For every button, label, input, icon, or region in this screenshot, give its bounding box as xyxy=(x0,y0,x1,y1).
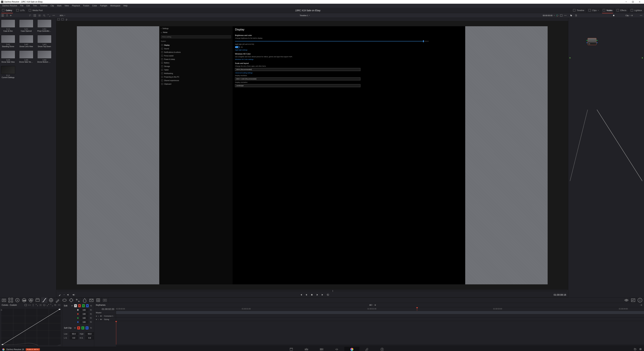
gallery-still[interactable]: 1.4.1Standing Drone xyxy=(1,35,15,48)
qualifier-icon[interactable] xyxy=(54,297,61,303)
channel-reset-icon[interactable] xyxy=(90,309,92,311)
rgb-mixer-icon[interactable] xyxy=(28,297,34,303)
pointer-tool-icon[interactable] xyxy=(570,14,573,17)
gallery-button[interactable]: Gallery xyxy=(0,8,14,13)
ls-value[interactable]: 0.0 xyxy=(70,336,78,339)
media-pool-button[interactable]: Media Pool xyxy=(27,8,44,13)
edit-reset-icon[interactable] xyxy=(90,304,92,307)
gallery-still[interactable]: 2.1.1Current Settings xyxy=(1,66,15,78)
search-icon[interactable] xyxy=(43,14,46,17)
node-output-dot[interactable] xyxy=(642,57,643,58)
channel-r-button[interactable]: R xyxy=(78,304,81,307)
edit-page-tab[interactable] xyxy=(314,347,329,351)
bypass-icon[interactable] xyxy=(556,14,558,17)
curves-dots-5-icon[interactable] xyxy=(43,304,46,306)
menu-color[interactable]: Color xyxy=(91,5,98,7)
curves-reset-icon[interactable] xyxy=(54,304,57,306)
timeline-dropdown[interactable]: Timeline 1▾ xyxy=(68,15,541,17)
channel-intensity-value[interactable]: 100 xyxy=(80,308,88,311)
expand-icon[interactable] xyxy=(48,14,50,17)
curves-more-icon[interactable] xyxy=(58,304,60,306)
kf-area[interactable] xyxy=(94,321,644,347)
viewer-scrub-bar[interactable] xyxy=(56,290,568,292)
viewer[interactable]: ‹ Settings ⌂ Home System DisplaySoundNot… xyxy=(56,21,568,290)
channel-intensity-value[interactable]: 100 xyxy=(80,312,88,315)
play-button[interactable] xyxy=(316,293,319,296)
mute-icon[interactable] xyxy=(67,293,70,296)
low-value[interactable]: 50.0 xyxy=(70,332,78,335)
zoom-level[interactable]: 86%▾ xyxy=(56,15,68,17)
image-wipe-icon[interactable] xyxy=(57,18,60,20)
node-graph[interactable]: 01 xyxy=(568,21,644,297)
curves-expand-icon[interactable] xyxy=(50,304,53,306)
media-page-tab[interactable] xyxy=(284,347,299,351)
softclip-link-icon[interactable] xyxy=(74,327,76,329)
node-more-icon[interactable] xyxy=(640,14,642,17)
color-match-icon[interactable] xyxy=(8,297,14,303)
clips-button[interactable]: Clips▾ xyxy=(586,8,601,13)
project-settings-icon[interactable] xyxy=(639,348,642,351)
list-view-icon[interactable] xyxy=(38,14,41,17)
kf-track-label[interactable]: ●⬨◆›Sizing xyxy=(94,318,116,321)
color-wheels-icon[interactable] xyxy=(14,297,21,303)
sort-icon[interactable] xyxy=(29,14,32,17)
fairlight-page-tab[interactable] xyxy=(360,347,374,351)
first-frame-button[interactable] xyxy=(300,293,302,296)
viewer-more-icon[interactable] xyxy=(564,14,567,17)
hs-value[interactable]: 0.0 xyxy=(86,336,94,339)
lightbox-button[interactable]: Lightbox xyxy=(629,8,644,13)
color-page-tab[interactable] xyxy=(344,347,360,351)
gallery-still[interactable]: 1.4.6Drone Bottom View xyxy=(37,51,52,63)
softclip-reset-icon[interactable] xyxy=(90,326,92,329)
color-warper-icon[interactable] xyxy=(48,297,54,303)
hand-tool-icon[interactable] xyxy=(575,14,578,17)
menu-fairlight[interactable]: Fairlight xyxy=(99,5,109,7)
menu-view[interactable]: View xyxy=(63,5,70,7)
node-source-dot[interactable] xyxy=(570,57,570,58)
curves-dots-1-icon[interactable] xyxy=(28,304,31,306)
node-clip-dropdown[interactable]: Clip ▾ xyxy=(613,15,633,17)
menu-timeline[interactable]: Timeline xyxy=(38,5,49,7)
split-screen-icon[interactable] xyxy=(62,18,64,20)
highlight-icon[interactable] xyxy=(66,18,68,21)
kf-expand-icon[interactable] xyxy=(640,304,642,306)
keyframes-all-dropdown[interactable]: All▾ xyxy=(369,304,373,306)
curves-icon[interactable] xyxy=(41,297,48,303)
tracker-icon[interactable] xyxy=(68,297,75,303)
motion-effects-icon[interactable] xyxy=(34,297,41,303)
speaker-icon[interactable] xyxy=(72,293,75,296)
kf-track[interactable]: ●⬨◆›Corrector 1 xyxy=(94,314,644,318)
softclip-g-button[interactable]: G xyxy=(82,326,84,329)
gallery-still[interactable]: 1.4.3Drone Top Down xyxy=(37,35,52,48)
window-icon[interactable] xyxy=(61,297,68,303)
high-value[interactable]: 50.0 xyxy=(86,332,94,335)
node-corrector[interactable]: 01 xyxy=(588,38,596,45)
export-icon[interactable] xyxy=(6,14,8,17)
softclip-b-button[interactable]: B xyxy=(86,326,88,329)
curves-dots-3-icon[interactable] xyxy=(36,304,38,306)
kf-track-label[interactable]: Master xyxy=(94,311,116,314)
curves-dots-2-icon[interactable] xyxy=(32,304,34,306)
luts-button[interactable]: LUTs xyxy=(14,8,27,13)
gallery-still[interactable]: 1.4.5Drone Side View 2 xyxy=(19,51,33,63)
hdr-wheels-icon[interactable]: HDR xyxy=(21,297,28,303)
curves-graph[interactable]: ▷ xyxy=(1,309,61,345)
kf-track[interactable]: ●⬨◆›Sizing xyxy=(94,318,644,321)
channel-reset-icon[interactable] xyxy=(90,313,92,315)
menu-mark[interactable]: Mark xyxy=(56,5,63,7)
3d-icon[interactable]: 3D xyxy=(102,297,108,303)
menu-help[interactable]: Help xyxy=(122,5,129,7)
gallery-still[interactable]: 1.4.2Drone Lens View xyxy=(19,35,33,48)
last-frame-button[interactable] xyxy=(321,293,324,296)
viewer-timecode[interactable]: 00:00:00:00 xyxy=(543,15,552,17)
menu-edit[interactable]: Edit xyxy=(25,5,31,7)
menu-fusion[interactable]: Fusion xyxy=(82,5,90,7)
deliver-page-tab[interactable] xyxy=(374,347,390,351)
edit-link-icon[interactable] xyxy=(71,305,73,307)
more-icon[interactable] xyxy=(52,14,55,17)
kf-track[interactable]: Master xyxy=(94,311,644,314)
channel-reset-icon[interactable] xyxy=(90,317,92,319)
step-back-button[interactable] xyxy=(305,293,308,296)
softclip-r-button[interactable]: R xyxy=(77,326,80,329)
channel-intensity-value[interactable]: 100 xyxy=(80,320,88,323)
